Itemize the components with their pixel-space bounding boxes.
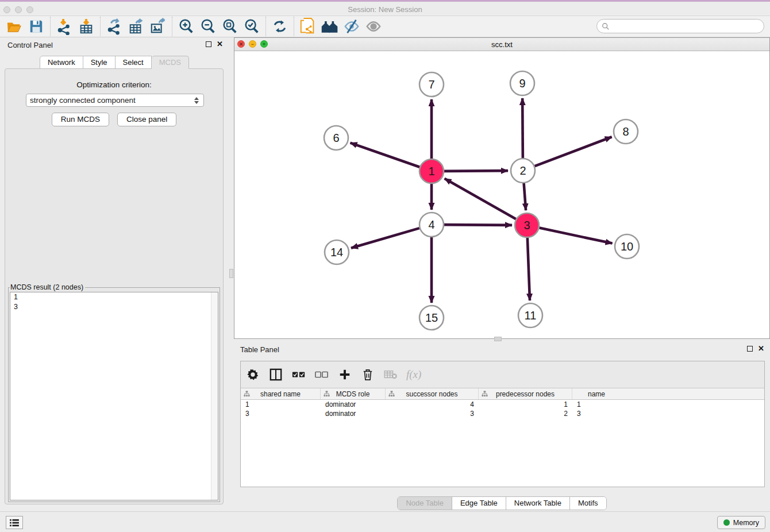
- edge-2-9[interactable]: [522, 98, 523, 158]
- zoom-fit-icon[interactable]: [219, 17, 241, 36]
- apply-layout-icon[interactable]: [269, 17, 291, 36]
- node-11[interactable]: 11: [518, 303, 542, 327]
- node-label: 7: [428, 78, 434, 91]
- table-cell: 3: [241, 409, 321, 418]
- result-scrollbar[interactable]: [211, 292, 218, 500]
- node-1[interactable]: 1: [419, 159, 444, 183]
- edge-4-14[interactable]: [351, 228, 419, 248]
- node-label: 10: [621, 240, 633, 253]
- table-row[interactable]: 1dominator411: [241, 400, 764, 409]
- tab-network[interactable]: Network: [40, 56, 83, 69]
- float-panel-icon[interactable]: [206, 41, 211, 47]
- mcds-result-textarea[interactable]: 13: [10, 292, 218, 500]
- table-panel-title: Table Panel: [240, 345, 279, 354]
- add-column-icon[interactable]: [337, 367, 352, 382]
- network-frame-title: scc.txt: [234, 40, 769, 49]
- table-row[interactable]: 3dominator323: [241, 409, 764, 418]
- network-graph[interactable]: 7968124314101511: [234, 51, 769, 339]
- table-cell: 4: [386, 400, 479, 409]
- table-header-row[interactable]: shared nameMCDS rolesuccessor nodesprede…: [241, 388, 764, 400]
- delete-column-icon[interactable]: [360, 367, 375, 382]
- clone-network-icon[interactable]: [297, 17, 319, 36]
- export-image-icon[interactable]: [147, 17, 169, 36]
- network-overview-icon[interactable]: [319, 17, 341, 36]
- column-header-MCDS-role[interactable]: MCDS role: [321, 388, 386, 399]
- column-header-predecessor-nodes[interactable]: predecessor nodes: [479, 388, 572, 399]
- node-label: 15: [425, 311, 438, 324]
- column-label: name: [588, 390, 605, 398]
- dropdown-stepper-icon: [194, 97, 199, 104]
- delete-table-icon: [383, 367, 398, 382]
- column-header-successor-nodes[interactable]: successor nodes: [386, 388, 479, 399]
- zoom-out-icon[interactable]: [197, 17, 219, 36]
- close-panel-button[interactable]: Close panel: [117, 113, 176, 126]
- edge-1-2[interactable]: [444, 171, 508, 171]
- memory-button[interactable]: Memory: [717, 516, 765, 529]
- task-history-button[interactable]: [6, 516, 23, 529]
- node-6[interactable]: 6: [324, 126, 348, 150]
- save-session-icon[interactable]: [25, 17, 47, 36]
- main-toolbar: [0, 16, 770, 37]
- toolbar-separator: [172, 17, 172, 36]
- export-table-icon[interactable]: [125, 17, 147, 36]
- node-4[interactable]: 4: [419, 213, 444, 237]
- table-settings-icon[interactable]: [245, 367, 260, 382]
- column-header-name[interactable]: name: [572, 388, 621, 399]
- hierarchy-icon: [388, 391, 395, 397]
- tab-style[interactable]: Style: [83, 56, 116, 69]
- vertical-splitter-grip[interactable]: [229, 269, 233, 278]
- network-canvas[interactable]: 7968124314101511: [234, 51, 769, 338]
- horizontal-splitter-grip[interactable]: [494, 337, 502, 341]
- close-table-panel-icon[interactable]: ✕: [758, 345, 764, 352]
- node-10[interactable]: 10: [615, 234, 639, 259]
- node-label: 1: [428, 165, 434, 178]
- column-label: predecessor nodes: [496, 390, 555, 398]
- dropdown-value: strongly connected component: [30, 96, 194, 105]
- tab-motifs[interactable]: Motifs: [570, 497, 606, 510]
- edge-4-3[interactable]: [444, 225, 512, 225]
- split-view-icon[interactable]: [268, 367, 283, 382]
- tab-node-table[interactable]: Node Table: [398, 497, 452, 510]
- close-panel-icon[interactable]: ✕: [217, 41, 223, 47]
- column-label: MCDS role: [336, 390, 370, 398]
- node-9[interactable]: 9: [510, 71, 534, 95]
- tab-network-table[interactable]: Network Table: [506, 497, 570, 510]
- node-7[interactable]: 7: [419, 72, 444, 97]
- mcds-result-lines: 13: [10, 292, 218, 312]
- network-frame-titlebar[interactable]: ✕ − + scc.txt: [234, 38, 769, 51]
- import-network-icon[interactable]: [53, 17, 75, 36]
- optimization-criterion-dropdown[interactable]: strongly connected component: [26, 94, 204, 107]
- tab-mcds[interactable]: MCDS: [152, 56, 189, 69]
- open-session-icon[interactable]: [3, 17, 25, 36]
- node-15[interactable]: 15: [419, 306, 444, 330]
- column-header-shared-name[interactable]: shared name: [241, 388, 321, 399]
- edge-3-10[interactable]: [540, 228, 613, 244]
- tab-edge-table[interactable]: Edge Table: [452, 497, 506, 510]
- node-3[interactable]: 3: [515, 213, 539, 237]
- toolbar-separator: [265, 17, 266, 36]
- edge-1-6[interactable]: [351, 143, 420, 167]
- tab-select[interactable]: Select: [116, 56, 152, 69]
- deselect-all-icon[interactable]: [314, 367, 329, 382]
- export-network-icon[interactable]: [103, 17, 125, 36]
- hide-graphics-icon[interactable]: [341, 17, 363, 36]
- node-2[interactable]: 2: [511, 159, 535, 183]
- show-graphics-icon[interactable]: [363, 17, 384, 36]
- control-panel-title: Control Panel: [7, 41, 53, 49]
- edge-2-3[interactable]: [524, 183, 526, 210]
- search-field[interactable]: [596, 19, 764, 33]
- edge-3-1[interactable]: [445, 179, 516, 219]
- import-table-icon[interactable]: [75, 17, 97, 36]
- edge-2-8[interactable]: [535, 137, 612, 166]
- node-14[interactable]: 14: [325, 240, 349, 264]
- float-table-panel-icon[interactable]: [747, 346, 753, 352]
- node-8[interactable]: 8: [614, 119, 638, 144]
- zoom-selected-icon[interactable]: [241, 17, 263, 36]
- select-all-icon[interactable]: [291, 367, 306, 382]
- run-mcds-button[interactable]: Run MCDS: [52, 113, 109, 126]
- search-input[interactable]: [613, 22, 764, 30]
- control-panel-tabs: NetworkStyleSelectMCDS: [0, 56, 229, 69]
- zoom-in-icon[interactable]: [175, 17, 197, 36]
- edge-3-11[interactable]: [528, 238, 530, 300]
- node-table[interactable]: shared nameMCDS rolesuccessor nodesprede…: [241, 388, 764, 487]
